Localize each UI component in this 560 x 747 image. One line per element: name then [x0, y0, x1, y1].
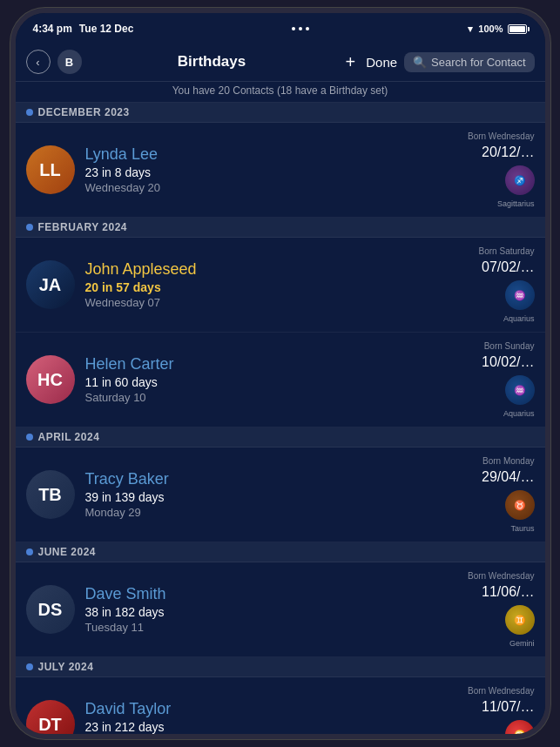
- search-bar[interactable]: 🔍 Search for Contact: [404, 52, 534, 72]
- born-label-helen-carter: Born Sunday: [484, 341, 535, 351]
- contact-name-lynda-lee: Lynda Lee: [85, 145, 457, 164]
- contact-info-john-appleseed: John Appleseed20 in 57 daysWednesday 07: [85, 260, 469, 309]
- avatar-lynda-lee: LL: [26, 145, 75, 194]
- contact-date-john-appleseed: Wednesday 07: [85, 296, 469, 309]
- contact-info-tracy-baker: Tracy Baker39 in 139 daysMonday 29: [85, 470, 472, 519]
- section-label: APRIL 2024: [38, 431, 100, 443]
- avatar-tracy-baker: TB: [26, 470, 75, 519]
- contact-date-lynda-lee: Wednesday 20: [85, 181, 457, 194]
- contact-right-lynda-lee: Born Wednesday20/12/…♐Sagittarius: [468, 131, 535, 208]
- subtitle-text: You have 20 Contacts (18 have a Birthday…: [172, 84, 388, 97]
- zodiac-icon-john-appleseed: ♒: [505, 280, 535, 310]
- contact-age-john-appleseed: 20 in 57 days: [85, 280, 469, 294]
- battery-label: 100%: [478, 24, 503, 34]
- contact-row-lynda-lee[interactable]: LLLynda Lee23 in 8 daysWednesday 20Born …: [16, 123, 545, 218]
- zodiac-label-john-appleseed: Aquarius: [503, 314, 535, 323]
- section-label: FEBRUARY 2024: [38, 221, 128, 233]
- zodiac-icon-helen-carter: ♒: [505, 375, 535, 405]
- section-dot: [26, 434, 33, 441]
- section-dot: [26, 109, 33, 116]
- section-header-april-2024: APRIL 2024: [16, 427, 545, 448]
- born-date-helen-carter: 10/02/…: [482, 354, 534, 370]
- contact-name-dave-smith: Dave Smith: [85, 585, 457, 603]
- zodiac-icon-tracy-baker: ♉: [505, 490, 535, 520]
- born-date-david-taylor: 11/07/…: [482, 699, 534, 715]
- born-label-tracy-baker: Born Monday: [482, 456, 534, 466]
- zodiac-label-helen-carter: Aquarius: [503, 409, 535, 418]
- contact-row-helen-carter[interactable]: HCHelen Carter11 in 60 daysSaturday 10Bo…: [16, 333, 545, 427]
- add-button[interactable]: +: [342, 52, 360, 72]
- zodiac-icon-lynda-lee: ♐: [505, 165, 535, 195]
- status-bar: 4:34 pm Tue 12 Dec ▾ 100%: [16, 13, 545, 44]
- born-label-lynda-lee: Born Wednesday: [468, 131, 535, 141]
- avatar-helen-carter: HC: [26, 355, 75, 404]
- contact-row-david-taylor[interactable]: DTDavid Taylor23 in 212 daysThursday 11B…: [16, 677, 545, 735]
- section-dot: [26, 663, 33, 670]
- page-title: Birthdays: [89, 53, 335, 71]
- contact-date-helen-carter: Saturday 10: [85, 391, 472, 404]
- born-date-john-appleseed: 07/02/…: [482, 259, 534, 275]
- avatar-david-taylor: DT: [26, 700, 75, 735]
- done-button[interactable]: Done: [366, 55, 397, 70]
- section-header-december-2023: DECEMBER 2023: [16, 103, 545, 123]
- contact-date-tracy-baker: Monday 29: [85, 506, 472, 519]
- avatar-dave-smith: DS: [26, 585, 75, 634]
- contact-info-dave-smith: Dave Smith38 in 182 daysTuesday 11: [85, 585, 457, 634]
- section-label: JULY 2024: [38, 661, 94, 673]
- zodiac-icon-dave-smith: ♊: [505, 605, 535, 635]
- zodiac-label-dave-smith: Gemini: [509, 639, 535, 648]
- b-icon[interactable]: B: [57, 50, 82, 74]
- contact-age-lynda-lee: 23 in 8 days: [85, 165, 457, 179]
- time: 4:34 pm: [33, 23, 72, 35]
- battery-icon: [508, 24, 527, 34]
- battery-fill: [509, 26, 525, 32]
- contact-info-lynda-lee: Lynda Lee23 in 8 daysWednesday 20: [85, 145, 457, 194]
- born-date-tracy-baker: 29/04/…: [482, 469, 534, 485]
- status-bar-left: 4:34 pm Tue 12 Dec: [33, 23, 134, 35]
- born-label-david-taylor: Born Wednesday: [468, 686, 535, 696]
- notch-area: [292, 27, 309, 30]
- section-header-june-2024: JUNE 2024: [16, 542, 545, 562]
- contact-name-helen-carter: Helen Carter: [85, 355, 472, 374]
- zodiac-icon-david-taylor: ♋: [505, 720, 535, 735]
- contact-right-helen-carter: Born Sunday10/02/…♒Aquarius: [482, 341, 534, 418]
- contact-right-dave-smith: Born Wednesday11/06/…♊Gemini: [468, 571, 535, 648]
- contact-list[interactable]: DECEMBER 2023LLLynda Lee23 in 8 daysWedn…: [16, 103, 545, 735]
- search-placeholder: Search for Contact: [431, 56, 525, 69]
- contact-age-tracy-baker: 39 in 139 days: [85, 490, 472, 504]
- avatar-john-appleseed: JA: [26, 260, 75, 309]
- status-bar-right: ▾ 100%: [468, 24, 527, 35]
- section-dot: [26, 224, 33, 231]
- contact-age-david-taylor: 23 in 212 days: [85, 720, 457, 734]
- contact-right-john-appleseed: Born Saturday07/02/…♒Aquarius: [479, 246, 535, 323]
- section-dot: [26, 548, 33, 555]
- zodiac-label-tracy-baker: Taurus: [510, 524, 534, 533]
- section-header-february-2024: FEBRUARY 2024: [16, 218, 545, 238]
- born-label-dave-smith: Born Wednesday: [468, 571, 535, 581]
- dot2: [299, 27, 302, 30]
- wifi-icon: ▾: [468, 24, 473, 35]
- contact-info-helen-carter: Helen Carter11 in 60 daysSaturday 10: [85, 355, 472, 404]
- contact-name-david-taylor: David Taylor: [85, 700, 457, 718]
- device-frame: 4:34 pm Tue 12 Dec ▾ 100% ‹ B Birthdays …: [10, 8, 550, 739]
- section-label: DECEMBER 2023: [38, 106, 130, 118]
- contact-age-dave-smith: 38 in 182 days: [85, 605, 457, 619]
- contact-row-john-appleseed[interactable]: JAJohn Appleseed20 in 57 daysWednesday 0…: [16, 238, 545, 333]
- section-label: JUNE 2024: [38, 546, 97, 558]
- nav-bar: ‹ B Birthdays + Done 🔍 Search for Contac…: [16, 44, 545, 82]
- contact-row-dave-smith[interactable]: DSDave Smith38 in 182 daysTuesday 11Born…: [16, 562, 545, 657]
- back-button[interactable]: ‹: [26, 50, 51, 74]
- subtitle-bar: You have 20 Contacts (18 have a Birthday…: [16, 82, 545, 103]
- zodiac-label-lynda-lee: Sagittarius: [497, 199, 535, 208]
- contact-right-tracy-baker: Born Monday29/04/…♉Taurus: [482, 456, 534, 533]
- dot1: [292, 27, 295, 30]
- contact-age-helen-carter: 11 in 60 days: [85, 375, 472, 389]
- date: Tue 12 Dec: [79, 23, 133, 35]
- contact-row-tracy-baker[interactable]: TBTracy Baker39 in 139 daysMonday 29Born…: [16, 448, 545, 542]
- contact-name-tracy-baker: Tracy Baker: [85, 470, 472, 488]
- born-date-lynda-lee: 20/12/…: [482, 145, 534, 160]
- dot3: [306, 27, 309, 30]
- born-label-john-appleseed: Born Saturday: [479, 246, 535, 256]
- search-icon: 🔍: [413, 56, 427, 69]
- contact-right-david-taylor: Born Wednesday11/07/…♋Cancer: [468, 686, 535, 735]
